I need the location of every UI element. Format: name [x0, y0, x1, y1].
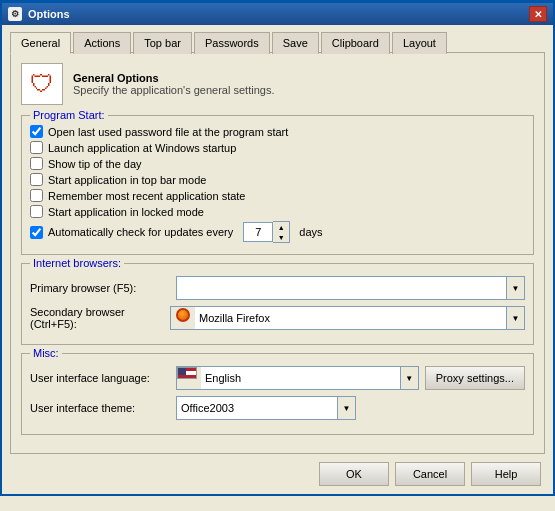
cancel-button[interactable]: Cancel [395, 462, 465, 486]
primary-browser-row: Primary browser (F5): ▼ [30, 276, 525, 300]
language-combo: ▼ [176, 366, 419, 390]
secondary-browser-label: Secondary browser (Ctrl+F5): [30, 306, 170, 330]
secondary-browser-dropdown-button[interactable]: ▼ [506, 307, 524, 329]
auto-update-label[interactable]: Automatically check for updates every [48, 226, 233, 238]
launch-startup-checkbox[interactable] [30, 141, 43, 154]
tab-general-content: 🛡 General Options Specify the applicatio… [10, 52, 545, 454]
tab-actions[interactable]: Actions [73, 32, 131, 54]
dialog-content: General Actions Top bar Passwords Save C… [2, 25, 553, 494]
program-start-group: Program Start: Open last used password f… [21, 115, 534, 255]
internet-browsers-group: Internet browsers: Primary browser (F5):… [21, 263, 534, 345]
language-input[interactable] [201, 367, 400, 389]
firefox-ball [176, 308, 190, 322]
program-start-label: Program Start: [30, 109, 108, 121]
days-unit-label: days [299, 226, 322, 238]
checkbox-row: Show tip of the day [30, 157, 525, 170]
tab-layout[interactable]: Layout [392, 32, 447, 54]
tab-general[interactable]: General [10, 32, 71, 54]
section-subtitle: Specify the application's general settin… [73, 84, 274, 96]
proxy-settings-button[interactable]: Proxy settings... [425, 366, 525, 390]
days-spinner: ▲ ▼ [243, 221, 290, 243]
help-button[interactable]: Help [471, 462, 541, 486]
theme-combo: ▼ [176, 396, 356, 420]
open-last-file-checkbox[interactable] [30, 125, 43, 138]
secondary-browser-input[interactable] [195, 307, 506, 329]
top-bar-mode-label[interactable]: Start application in top bar mode [48, 174, 206, 186]
days-input[interactable] [243, 222, 273, 242]
primary-browser-label: Primary browser (F5): [30, 282, 170, 294]
checkbox-row: Remember most recent application state [30, 189, 525, 202]
secondary-browser-combo: ▼ [170, 306, 525, 330]
spin-down-button[interactable]: ▼ [273, 232, 289, 242]
header-text: General Options Specify the application'… [73, 72, 274, 96]
window-title: Options [28, 8, 70, 20]
auto-update-row: Automatically check for updates every ▲ … [30, 221, 525, 243]
options-window: ⚙ Options ✕ General Actions Top bar Pass… [0, 0, 555, 496]
checkbox-row: Open last used password file at the prog… [30, 125, 525, 138]
language-dropdown-button[interactable]: ▼ [400, 367, 418, 389]
open-last-file-label[interactable]: Open last used password file at the prog… [48, 126, 288, 138]
show-tip-label[interactable]: Show tip of the day [48, 158, 142, 170]
shield-check-icon: 🛡 [30, 70, 54, 98]
section-icon: 🛡 [21, 63, 63, 105]
spin-up-button[interactable]: ▲ [273, 222, 289, 232]
checkbox-row: Start application in top bar mode [30, 173, 525, 186]
theme-label: User interface theme: [30, 402, 170, 414]
theme-dropdown-button[interactable]: ▼ [337, 397, 355, 419]
checkbox-row: Start application in locked mode [30, 205, 525, 218]
tab-topbar[interactable]: Top bar [133, 32, 192, 54]
theme-input[interactable] [177, 397, 337, 419]
title-bar: ⚙ Options ✕ [2, 3, 553, 25]
spin-buttons: ▲ ▼ [273, 221, 290, 243]
show-tip-checkbox[interactable] [30, 157, 43, 170]
auto-update-checkbox[interactable] [30, 226, 43, 239]
secondary-browser-row: Secondary browser (Ctrl+F5): ▼ [30, 306, 525, 330]
launch-startup-label[interactable]: Launch application at Windows startup [48, 142, 236, 154]
language-row: User interface language: ▼ Proxy setting… [30, 366, 525, 390]
top-bar-mode-checkbox[interactable] [30, 173, 43, 186]
tab-bar: General Actions Top bar Passwords Save C… [10, 31, 545, 53]
remember-state-label[interactable]: Remember most recent application state [48, 190, 245, 202]
primary-browser-input[interactable] [177, 277, 506, 299]
dialog-button-row: OK Cancel Help [10, 462, 545, 486]
misc-group: Misc: User interface language: ▼ Proxy s… [21, 353, 534, 435]
theme-row: User interface theme: ▼ [30, 396, 525, 420]
close-button[interactable]: ✕ [529, 6, 547, 22]
window-icon: ⚙ [8, 7, 22, 21]
language-label: User interface language: [30, 372, 170, 384]
ok-button[interactable]: OK [319, 462, 389, 486]
primary-browser-combo: ▼ [176, 276, 525, 300]
tab-passwords[interactable]: Passwords [194, 32, 270, 54]
locked-mode-label[interactable]: Start application in locked mode [48, 206, 204, 218]
remember-state-checkbox[interactable] [30, 189, 43, 202]
section-title: General Options [73, 72, 274, 84]
firefox-icon [175, 307, 191, 323]
flag-icon [177, 367, 197, 379]
section-header: 🛡 General Options Specify the applicatio… [21, 63, 534, 105]
internet-browsers-label: Internet browsers: [30, 257, 124, 269]
locked-mode-checkbox[interactable] [30, 205, 43, 218]
title-bar-content: ⚙ Options [8, 7, 70, 21]
misc-label: Misc: [30, 347, 62, 359]
tab-clipboard[interactable]: Clipboard [321, 32, 390, 54]
tab-save[interactable]: Save [272, 32, 319, 54]
primary-browser-dropdown-button[interactable]: ▼ [506, 277, 524, 299]
checkbox-row: Launch application at Windows startup [30, 141, 525, 154]
